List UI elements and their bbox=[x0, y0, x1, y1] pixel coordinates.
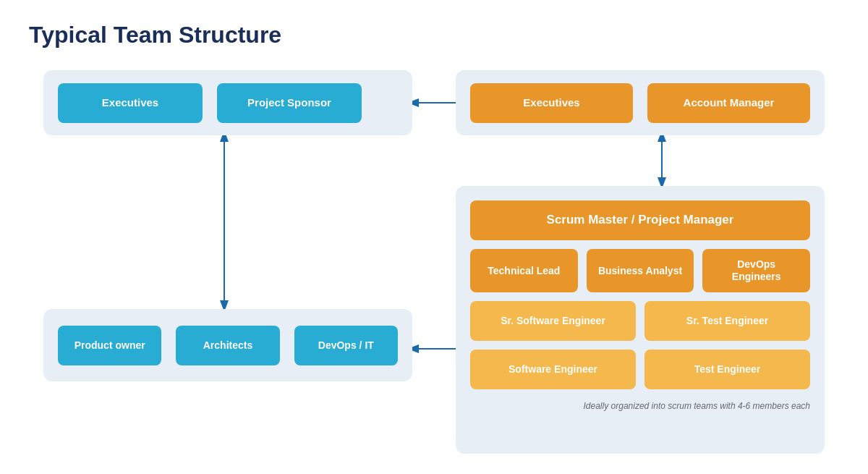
sr-test-engineer-badge: Sr. Test Engineer bbox=[644, 301, 810, 341]
scrum-master-badge: Scrum Master / Project Manager bbox=[470, 200, 810, 240]
diagram: Executives Project Sponsor Executives Ac… bbox=[29, 70, 839, 472]
project-sponsor-badge: Project Sponsor bbox=[217, 83, 362, 123]
left-bottom-group: Product owner Architects DevOps / IT bbox=[43, 309, 412, 381]
account-manager-badge: Account Manager bbox=[647, 83, 810, 123]
devops-engineers-badge: DevOps Engineers bbox=[702, 249, 810, 292]
right-bottom-group: Scrum Master / Project Manager Technical… bbox=[456, 186, 825, 454]
row-junior: Software Engineer Test Engineer bbox=[470, 350, 810, 389]
product-owner-badge: Product owner bbox=[58, 326, 161, 365]
sr-software-engineer-badge: Sr. Software Engineer bbox=[470, 301, 636, 341]
devops-it-badge: DevOps / IT bbox=[294, 326, 398, 365]
business-analyst-badge: Business Analyst bbox=[587, 249, 694, 292]
architects-badge: Architects bbox=[176, 326, 279, 365]
left-top-group: Executives Project Sponsor bbox=[43, 70, 412, 135]
page-title: Typical Team Structure bbox=[29, 22, 839, 48]
page: Typical Team Structure Exe bbox=[0, 0, 868, 474]
software-engineer-badge: Software Engineer bbox=[470, 350, 636, 389]
test-engineer-badge: Test Engineer bbox=[644, 350, 810, 389]
executives-badge-left: Executives bbox=[58, 83, 203, 123]
row-technical: Technical Lead Business Analyst DevOps E… bbox=[470, 249, 810, 292]
row-senior: Sr. Software Engineer Sr. Test Engineer bbox=[470, 301, 810, 341]
technical-lead-badge: Technical Lead bbox=[470, 249, 578, 292]
executives-badge-right: Executives bbox=[470, 83, 633, 123]
right-top-group: Executives Account Manager bbox=[456, 70, 825, 135]
scrum-note: Ideally organized into scrum teams with … bbox=[470, 401, 810, 411]
